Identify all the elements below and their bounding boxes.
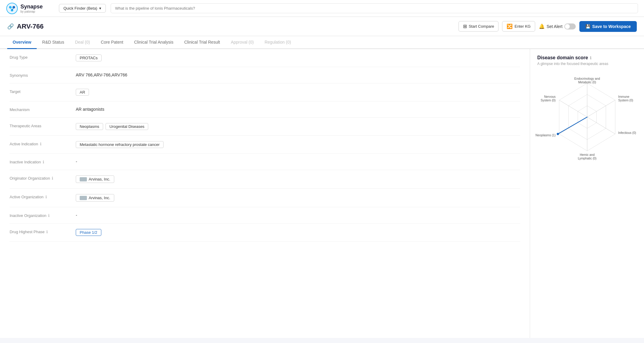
info-help-icon[interactable]: ℹ [43,160,44,164]
info-value: NeoplasmsUrogenital Diseases [76,123,520,130]
svg-text:Neoplasms (1): Neoplasms (1) [535,134,556,137]
save-label: Save to Workspace [592,24,631,29]
info-help-icon[interactable]: ℹ [48,213,50,218]
tab-deal--0-: Deal (0) [69,36,95,49]
drug-link-icon: 🔗 [7,23,14,30]
tag: PROTACs [76,54,102,61]
info-panel: Drug TypePROTACsSynonymsARV 766,ARV-766,… [0,49,530,338]
info-help-icon[interactable]: ℹ [40,142,41,146]
info-row: Originator OrganizationℹArvinas, Inc. [10,170,520,189]
info-value: Metastatic hormone refractory prostate c… [76,141,520,148]
tag: Urogenital Diseases [106,123,148,130]
info-value: Phase 1/2 [76,229,520,236]
score-panel-title: Disease domain score ℹ [537,55,637,60]
quick-finder-label: Quick Finder (Beta) [63,6,97,11]
tab-r-d-status[interactable]: R&D Status [37,36,69,49]
svg-line-12 [587,117,615,134]
header-actions: ⊞ Start Compare 🔀 Enter KG 🔔 Set Alert 💾… [458,21,637,32]
info-label: Originator Organizationℹ [10,175,76,181]
synapse-logo-icon [6,2,18,14]
svg-text:System (0): System (0) [541,99,556,102]
info-help-icon[interactable]: ℹ [45,195,47,199]
enter-kg-label: Enter KG [514,24,530,29]
tab-core-patent[interactable]: Core Patent [95,36,129,49]
start-compare-label: Start Compare [469,24,494,29]
org-logo [80,177,87,181]
tab-clinical-trial-analysis[interactable]: Clinical Trial Analysis [129,36,179,49]
info-row: Active IndicationℹMetastatic hormone ref… [10,136,520,154]
enter-kg-button[interactable]: 🔀 Enter KG [502,21,535,32]
org-name: Arvinas, Inc. [89,196,110,200]
info-row: Inactive Organizationℹ- [10,207,520,224]
tab-approval--0-: Approval (0) [225,36,259,49]
svg-text:Hemic and: Hemic and [580,153,594,156]
info-row: Drug Highest PhaseℹPhase 1/2 [10,224,520,242]
info-row: Drug TypePROTACs [10,49,520,67]
info-help-icon[interactable]: ℹ [52,176,53,181]
info-label: Active Organizationℹ [10,194,76,199]
start-compare-button[interactable]: ⊞ Start Compare [458,21,499,32]
info-row: Active OrganizationℹArvinas, Inc. [10,189,520,207]
info-value: ARV 766,ARV-766,ARV766 [76,73,520,77]
info-row: TargetAR [10,83,520,101]
svg-text:Immune: Immune [618,95,629,98]
chevron-down-icon: ▾ [99,6,101,11]
logo-name: Synapse [20,4,43,10]
info-label: Drug Highest Phaseℹ [10,229,76,234]
info-value: Arvinas, Inc. [76,194,520,202]
top-nav: Synapse by patsnap Quick Finder (Beta) ▾ [0,0,644,17]
info-value: Arvinas, Inc. [76,175,520,183]
tab-clinical-trial-result[interactable]: Clinical Trial Result [179,36,225,49]
tag: Neoplasms [76,123,103,130]
info-value: PROTACs [76,54,520,61]
org-name: Arvinas, Inc. [89,177,110,181]
info-label: Drug Type [10,54,76,60]
info-row: SynonymsARV 766,ARV-766,ARV766 [10,67,520,83]
org-tag[interactable]: Arvinas, Inc. [76,194,114,202]
info-label: Inactive Indicationℹ [10,159,76,164]
page-title-area: 🔗 ARV-766 [7,23,458,30]
search-input[interactable] [111,3,638,13]
quick-finder-button[interactable]: Quick Finder (Beta) ▾ [59,4,106,13]
save-icon: 💾 [585,24,590,29]
tab-nav: OverviewR&D StatusDeal (0)Core PatentCli… [0,36,644,49]
svg-line-16 [558,117,587,134]
info-help-icon[interactable]: ℹ [46,230,48,234]
svg-text:Nervous: Nervous [544,95,555,98]
save-to-workspace-button[interactable]: 💾 Save to Workspace [579,21,637,32]
info-row: Inactive Indicationℹ- [10,154,520,170]
svg-text:Endocrinology and: Endocrinology and [574,77,600,80]
org-logo [80,196,87,200]
svg-text:Infectious (0): Infectious (0) [618,131,636,134]
page-header: 🔗 ARV-766 ⊞ Start Compare 🔀 Enter KG 🔔 S… [0,17,644,36]
svg-point-17 [557,133,559,135]
disease-score-panel: Disease domain score ℹ A glimpse into th… [530,49,644,338]
svg-point-0 [7,3,17,14]
logo-text: Synapse by patsnap [20,4,43,13]
score-panel-subtitle: A glimpse into the focused therapeutic a… [537,62,637,66]
info-value: - [76,213,520,218]
tab-regulation--0-: Regulation (0) [259,36,296,49]
info-value: AR [76,89,520,96]
logo-sub: by patsnap [20,10,43,13]
info-row: Therapeutic AreasNeoplasmsUrogenital Dis… [10,118,520,136]
svg-text:Metabolic (0): Metabolic (0) [578,81,596,84]
org-tag[interactable]: Arvinas, Inc. [76,175,114,183]
info-label: Mechanism [10,107,76,112]
svg-text:Lymphatic (0): Lymphatic (0) [578,157,596,160]
tag: AR [76,89,89,96]
info-label: Active Indicationℹ [10,141,76,146]
alert-toggle[interactable] [564,23,576,29]
svg-text:System (0): System (0) [618,99,633,102]
main-content: Drug TypePROTACsSynonymsARV 766,ARV-766,… [0,49,644,338]
set-alert-label: Set Alert [547,24,563,29]
info-icon[interactable]: ℹ [590,56,591,60]
svg-line-15 [559,100,587,117]
compare-icon: ⊞ [463,23,467,29]
toggle-knob [565,24,570,29]
tab-overview[interactable]: Overview [7,36,37,49]
svg-line-11 [587,100,615,117]
info-label: Target [10,89,76,94]
radar-chart: Endocrinology and Metabolic (0) Immune S… [537,72,637,162]
info-label: Inactive Organizationℹ [10,213,76,218]
